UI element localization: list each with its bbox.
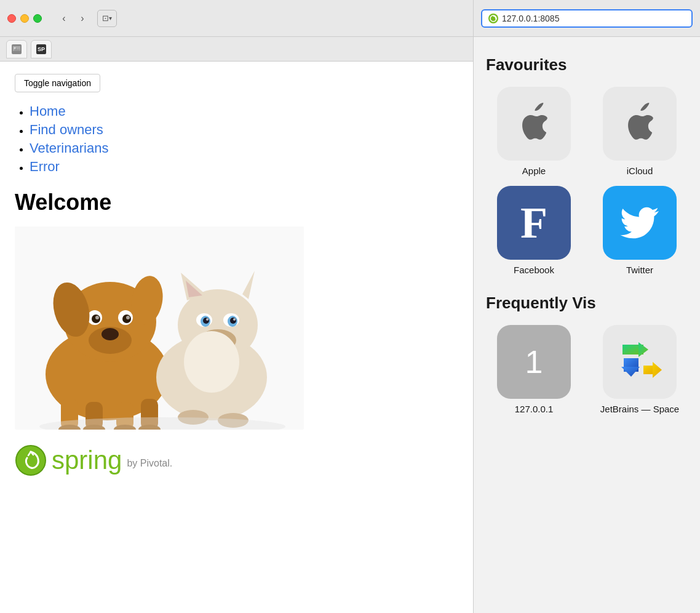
fav-item-icloud[interactable]: iCloud bbox=[592, 87, 688, 176]
freq-item-localhost[interactable]: 1 127.0.0.1 bbox=[486, 325, 582, 414]
minimize-button[interactable] bbox=[20, 14, 29, 23]
svg-point-42 bbox=[184, 331, 239, 393]
svg-point-2 bbox=[14, 47, 16, 49]
forward-button[interactable]: › bbox=[74, 10, 91, 27]
fav-label-facebook: Facebook bbox=[514, 265, 554, 275]
tab-photo[interactable] bbox=[6, 40, 27, 58]
safari-panel: 127.0.0.1:8085 Favourites Apple bbox=[474, 0, 700, 613]
url-text: 127.0.0.1:8085 bbox=[502, 14, 559, 23]
back-button[interactable]: ‹ bbox=[55, 10, 73, 27]
fav-label-icloud: iCloud bbox=[627, 166, 653, 176]
tabbar: SP bbox=[0, 37, 473, 62]
fullscreen-button[interactable] bbox=[33, 14, 42, 23]
freq-item-jetbrains[interactable]: JetBrains — Space bbox=[592, 325, 688, 414]
svg-point-36 bbox=[233, 318, 236, 321]
spring-brand-text: spring bbox=[52, 446, 122, 475]
nav-link-find-owners[interactable]: Find owners bbox=[30, 122, 103, 137]
favourites-title: Favourites bbox=[486, 55, 688, 74]
nav-link-home[interactable]: Home bbox=[30, 103, 66, 119]
facebook-icon: F bbox=[497, 186, 571, 260]
url-bar[interactable]: 127.0.0.1:8085 bbox=[481, 9, 693, 28]
svg-marker-49 bbox=[653, 362, 662, 378]
page-content: Toggle navigation Home Find owners Veter… bbox=[0, 62, 473, 613]
jetbrains-icon bbox=[603, 325, 677, 399]
list-item: Veterinarians bbox=[30, 140, 458, 156]
svg-point-35 bbox=[206, 318, 209, 321]
page-title: Welcome bbox=[15, 190, 458, 215]
localhost-icon: 1 bbox=[497, 325, 571, 399]
svg-point-13 bbox=[95, 316, 99, 319]
svg-marker-47 bbox=[638, 342, 648, 357]
apple-icon bbox=[497, 87, 571, 161]
favourites-grid: Apple iCloud F Facebook bbox=[486, 87, 688, 275]
chevron-down-icon: ▾ bbox=[109, 15, 112, 22]
toggle-navigation-button[interactable]: Toggle navigation bbox=[15, 74, 100, 92]
close-button[interactable] bbox=[7, 14, 16, 23]
nav-link-veterinarians[interactable]: Veterinarians bbox=[30, 140, 108, 156]
svg-point-34 bbox=[230, 318, 236, 324]
freq-label-localhost: 127.0.0.1 bbox=[515, 404, 554, 414]
nav-list: Home Find owners Veterinarians Error bbox=[15, 103, 458, 175]
spring-logo-icon bbox=[15, 444, 47, 476]
nav-link-error[interactable]: Error bbox=[30, 159, 60, 174]
localhost-number: 1 bbox=[525, 343, 543, 380]
tab-favicon-sp: SP bbox=[36, 44, 46, 54]
tab-sp[interactable]: SP bbox=[31, 40, 52, 58]
svg-point-14 bbox=[126, 316, 130, 319]
titlebar: ‹ › ⊡ ▾ bbox=[0, 0, 473, 37]
refresh-icon bbox=[488, 14, 498, 23]
svg-point-33 bbox=[203, 318, 209, 324]
freq-visited-grid: 1 127.0.0.1 bbox=[486, 325, 688, 414]
spring-sub-text: by Pivotal. bbox=[127, 458, 172, 469]
pet-image bbox=[15, 226, 304, 430]
twitter-icon bbox=[603, 186, 677, 260]
url-bar-area: 127.0.0.1:8085 bbox=[474, 0, 700, 37]
freq-label-jetbrains: JetBrains — Space bbox=[600, 404, 679, 414]
sidebar-toggle-button[interactable]: ⊡ ▾ bbox=[97, 10, 117, 27]
icloud-icon bbox=[603, 87, 677, 161]
favourites-content: Favourites Apple bbox=[474, 37, 700, 613]
fav-item-twitter[interactable]: Twitter bbox=[592, 186, 688, 275]
browser-window: ‹ › ⊡ ▾ SP Toggle navigation bbox=[0, 0, 474, 613]
spring-footer: spring by Pivotal. bbox=[15, 444, 458, 476]
nav-buttons: ‹ › bbox=[55, 10, 91, 27]
fav-item-facebook[interactable]: F Facebook bbox=[486, 186, 582, 275]
frequently-visited-title: Frequently Vis bbox=[486, 294, 688, 313]
svg-point-8 bbox=[101, 328, 119, 340]
list-item: Find owners bbox=[30, 122, 458, 138]
svg-point-44 bbox=[16, 446, 46, 475]
fav-item-apple[interactable]: Apple bbox=[486, 87, 582, 176]
list-item: Home bbox=[30, 103, 458, 119]
fav-label-twitter: Twitter bbox=[626, 265, 653, 275]
list-item: Error bbox=[30, 159, 458, 175]
facebook-f-letter: F bbox=[520, 198, 547, 249]
fav-label-apple: Apple bbox=[522, 166, 546, 176]
tab-favicon-photo bbox=[12, 44, 22, 54]
sidebar-icon: ⊡ bbox=[102, 14, 109, 23]
traffic-lights bbox=[7, 14, 42, 23]
